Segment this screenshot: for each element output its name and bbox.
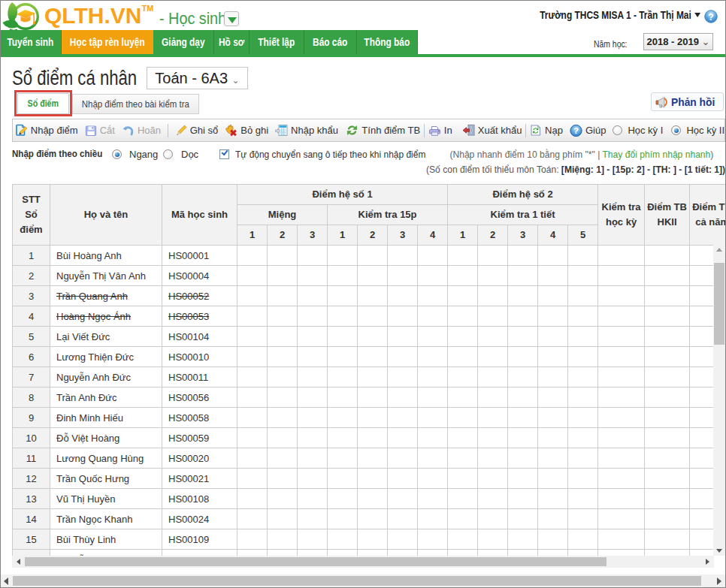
svg-text:?: ? <box>573 126 579 135</box>
svg-text:?: ? <box>708 12 713 23</box>
